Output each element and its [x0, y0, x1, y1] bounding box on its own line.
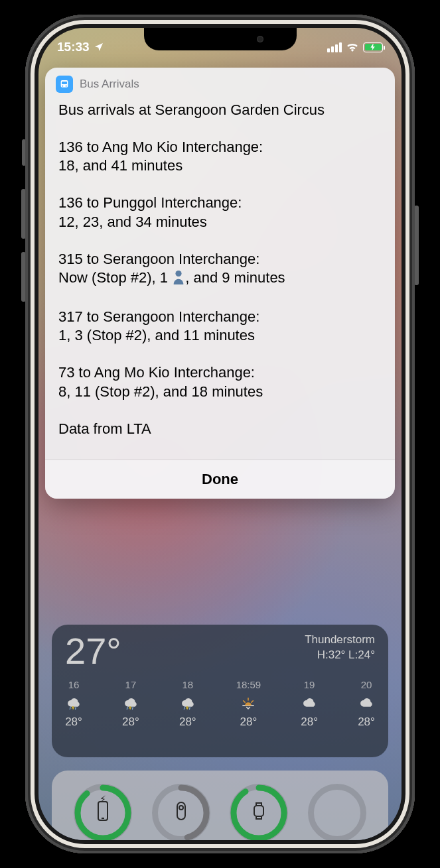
svg-line-8	[132, 708, 133, 710]
route-header: 136 to Ang Mo Kio Interchange:	[58, 139, 263, 155]
app-name-label: Bus Arrivals	[80, 78, 139, 91]
svg-point-3	[66, 86, 67, 87]
svg-line-7	[127, 708, 127, 710]
location-arrow-icon	[94, 42, 104, 52]
route-times: 1, 3 (Stop #2), and 11 minutes	[58, 327, 255, 343]
svg-line-6	[75, 708, 76, 710]
status-time: 15:33	[57, 40, 90, 54]
svg-rect-15	[177, 802, 185, 820]
svg-line-10	[189, 708, 190, 710]
card-title: Bus arrivals at Serangoon Garden Circus	[58, 101, 382, 119]
card-header: Bus Arrivals	[45, 68, 395, 98]
card-footer: Data from LTA	[58, 420, 382, 438]
svg-rect-1	[62, 82, 67, 84]
hour-label: 16	[68, 679, 80, 690]
done-button[interactable]: Done	[45, 460, 395, 499]
hour-label: 19	[304, 679, 315, 690]
route-header: 136 to Punggol Interchange:	[58, 194, 242, 211]
hour-forecast: 1828°	[179, 679, 196, 729]
svg-rect-18	[254, 806, 263, 816]
hour-temp: 28°	[65, 715, 82, 729]
weather-condition: Thunderstorm H:32° L:24°	[305, 633, 375, 663]
weather-cloud-icon	[301, 694, 318, 712]
route-header: 317 to Serangoon Interchange:	[58, 308, 259, 325]
person-silhouette-icon	[172, 270, 185, 289]
route-header: 315 to Serangoon Interchange:	[58, 251, 259, 267]
magsafe-device-icon	[175, 800, 188, 826]
hour-temp: 28°	[240, 715, 257, 729]
condition-label: Thunderstorm	[305, 633, 375, 648]
hour-temp: 28°	[358, 715, 375, 729]
route-times: Now (Stop #2), 1	[58, 269, 172, 286]
hourly-forecast-row: 1628°1728°1828°18:5928°1928°2028°	[65, 679, 375, 729]
iphone-frame: 15:33 Bus Arrivals Bus arrivals at	[25, 15, 415, 853]
battery-charging-icon	[363, 42, 383, 52]
route-entry: 73 to Ang Mo Kio Interchange: 8, 11 (Sto…	[58, 363, 382, 401]
hour-temp: 28°	[301, 715, 318, 729]
notch	[144, 28, 297, 50]
hi-lo-label: H:32° L:24°	[305, 648, 375, 663]
card-body: Bus arrivals at Serangoon Garden Circus …	[45, 98, 395, 460]
wifi-icon	[346, 42, 359, 52]
weather-storm-icon	[122, 694, 139, 712]
screen: 15:33 Bus Arrivals Bus arrivals at	[38, 28, 402, 840]
route-entry: 136 to Punggol Interchange: 12, 23, and …	[58, 194, 382, 231]
hour-label: 20	[361, 679, 372, 690]
route-entry: 136 to Ang Mo Kio Interchange: 18, and 4…	[58, 138, 382, 175]
hour-forecast: 1628°	[65, 679, 82, 729]
hour-label: 18	[182, 679, 193, 690]
route-times: 18, and 41 minutes	[58, 157, 183, 174]
weather-cloud-icon	[358, 694, 375, 712]
route-times: 8, 11 (Stop #2), and 18 minutes	[58, 383, 263, 400]
hour-forecast: 2028°	[358, 679, 375, 729]
hour-label: 18:59	[236, 679, 261, 690]
svg-line-9	[184, 708, 184, 710]
weather-widget[interactable]: 27° Thunderstorm H:32° L:24° 1628°1728°1…	[52, 625, 388, 757]
iphone-device-icon: ⚡︎	[96, 800, 110, 826]
svg-rect-12	[98, 802, 108, 820]
route-header: 73 to Ang Mo Kio Interchange:	[58, 364, 255, 381]
route-entry: 315 to Serangoon Interchange: Now (Stop …	[58, 250, 382, 289]
hour-temp: 28°	[122, 715, 139, 729]
hour-temp: 28°	[179, 715, 196, 729]
svg-point-16	[179, 806, 183, 810]
route-entry: 317 to Serangoon Interchange: 1, 3 (Stop…	[58, 308, 382, 345]
route-times: 12, 23, and 34 minutes	[58, 214, 207, 230]
battery-ring-watch	[230, 784, 288, 840]
battery-ring-iphone: ⚡︎	[74, 784, 132, 840]
hour-label: 17	[125, 679, 137, 690]
cellular-signal-icon	[327, 42, 342, 52]
svg-point-2	[62, 86, 63, 87]
svg-point-4	[176, 271, 182, 277]
battery-ring-empty	[308, 784, 366, 840]
weather-storm-icon	[65, 694, 82, 712]
battery-rings-row: ⚡︎	[64, 784, 376, 840]
hour-forecast: 18:5928°	[236, 679, 261, 729]
power-button	[414, 206, 419, 285]
hour-forecast: 1928°	[301, 679, 318, 729]
weather-sunset-icon	[240, 694, 257, 712]
route-times: , and 9 minutes	[185, 269, 285, 286]
weather-storm-icon	[179, 694, 196, 712]
current-temperature: 27°	[65, 633, 121, 670]
watch-device-icon	[252, 800, 266, 826]
battery-ring-magsafe	[152, 784, 210, 840]
bus-app-icon	[56, 76, 73, 93]
hour-forecast: 1728°	[122, 679, 139, 729]
svg-line-5	[70, 708, 70, 710]
shortcut-result-card: Bus Arrivals Bus arrivals at Serangoon G…	[45, 68, 395, 499]
batteries-widget[interactable]: ⚡︎ 89%46%91%	[52, 771, 388, 840]
